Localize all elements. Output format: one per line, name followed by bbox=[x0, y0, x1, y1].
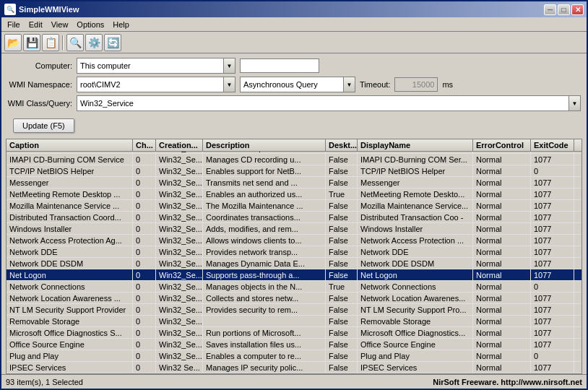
cell-exitcode: 1077 bbox=[531, 212, 574, 222]
table-row[interactable]: Office Source Engine0Win32_Se...Saves in… bbox=[7, 339, 581, 350]
cell-displayname: HTTP SSL bbox=[358, 152, 473, 153]
cell-displayname: Microsoft Office Diagnostics... bbox=[358, 327, 473, 338]
minimize-button[interactable]: ─ bbox=[544, 4, 556, 15]
toolbar-open-button[interactable]: 📂 bbox=[4, 34, 22, 51]
menu-file[interactable]: File bbox=[3, 19, 25, 30]
header-caption[interactable]: Caption bbox=[7, 139, 133, 151]
table-row[interactable]: Distributed Transaction Coord...0Win32_S… bbox=[7, 212, 581, 223]
cell-ch: 0 bbox=[133, 281, 156, 292]
main-window: 🔍 SimpleWMIView ─ □ ✕ File Edit View Opt… bbox=[0, 0, 588, 390]
table-row[interactable]: IMAPI CD-Burning COM Service0Win32_Se...… bbox=[7, 154, 581, 165]
cell-ch: 0 bbox=[133, 269, 156, 280]
cell-ch: 0 bbox=[133, 362, 156, 373]
table-row[interactable]: Removable Storage0Win32_Se...FalseRemova… bbox=[7, 316, 581, 327]
cell-creation: Win32_Se... bbox=[156, 154, 203, 165]
menu-edit[interactable]: Edit bbox=[25, 19, 47, 30]
cell-creation: Win32_Se... bbox=[156, 177, 203, 188]
wmi-class-select[interactable]: Win32_Service bbox=[77, 96, 580, 110]
cell-caption: NT LM Security Support Provider bbox=[7, 304, 133, 315]
toolbar-search-button[interactable]: 🔍 bbox=[66, 34, 84, 51]
toolbar-save-button[interactable]: 💾 bbox=[23, 34, 40, 51]
cell-creation: Win32_Se... bbox=[156, 281, 203, 292]
cell-caption: NetMeeting Remote Desktop ... bbox=[7, 188, 133, 199]
table-row[interactable]: Net Logon0Win32_Se...Supports pass-throu… bbox=[7, 269, 581, 281]
toolbar: 📂 💾 📋 🔍 ⚙️ 🔄 bbox=[1, 32, 587, 53]
cell-creation: Win32_Se... bbox=[156, 316, 203, 326]
cell-deskt: False bbox=[326, 316, 358, 326]
table-row[interactable]: Plug and Play0Win32_Se...Enables a compu… bbox=[7, 350, 581, 362]
cell-creation: Win32_Se... bbox=[156, 350, 203, 361]
cell-exitcode: 1077 bbox=[531, 362, 574, 373]
cell-errorcontrol: Normal bbox=[473, 235, 531, 246]
form-area: Computer: This computer ▼ WMI Namespace:… bbox=[1, 53, 587, 117]
cell-displayname: Messenger bbox=[358, 177, 473, 188]
toolbar-settings-button[interactable]: ⚙️ bbox=[85, 34, 103, 51]
cell-deskt: False bbox=[326, 200, 358, 211]
cell-exitcode: 1077 bbox=[531, 292, 574, 303]
table-body[interactable]: HTTP SSL0Win32_Se...This service impleme… bbox=[7, 152, 581, 373]
computer-input[interactable] bbox=[240, 58, 319, 73]
table-row[interactable]: Network DDE DSDM0Win32_Se...Manages Dyna… bbox=[7, 258, 581, 269]
cell-description: Allows windows clients to... bbox=[203, 235, 326, 246]
cell-caption: Network Location Awareness ... bbox=[7, 292, 133, 303]
cell-deskt: False bbox=[326, 152, 358, 153]
table-row[interactable]: NT LM Security Support Provider0Win32_Se… bbox=[7, 304, 581, 316]
cell-exitcode: 0 bbox=[531, 350, 574, 361]
cell-errorcontrol: Normal bbox=[473, 281, 531, 292]
wmi-namespace-label: WMI Namespace: bbox=[7, 80, 72, 89]
table-row[interactable]: Windows Installer0Win32_Se...Adds, modif… bbox=[7, 223, 581, 235]
cell-errorcontrol: Normal bbox=[473, 258, 531, 269]
cell-errorcontrol: Normal bbox=[473, 188, 531, 199]
maximize-button[interactable]: □ bbox=[558, 4, 570, 15]
close-button[interactable]: ✕ bbox=[571, 4, 584, 15]
cell-deskt: False bbox=[326, 292, 358, 303]
cell-exitcode: 1077 bbox=[531, 246, 574, 257]
table-row[interactable]: TCP/IP NetBIOS Helper0Win32_Se...Enables… bbox=[7, 165, 581, 177]
table-row[interactable]: Network Access Protection Ag...0Win32_Se… bbox=[7, 235, 581, 246]
header-errorcontrol[interactable]: ErrorControl bbox=[473, 139, 531, 151]
cell-ch: 0 bbox=[133, 188, 156, 199]
wmi-namespace-row: WMI Namespace: root\CIMV2 ▼ Asynchronous… bbox=[7, 77, 581, 92]
async-query-select[interactable]: Asynchronous Query bbox=[241, 77, 332, 92]
header-ch[interactable]: Ch... bbox=[133, 139, 156, 151]
table-row[interactable]: Messenger0Win32_Se...Transmits net send … bbox=[7, 177, 581, 188]
cell-deskt: False bbox=[326, 235, 358, 246]
computer-select[interactable]: This computer bbox=[77, 58, 145, 73]
cell-errorcontrol: Normal bbox=[473, 292, 531, 303]
table-row[interactable]: Mozilla Maintenance Service ...0Win32_Se… bbox=[7, 200, 581, 212]
update-button[interactable]: Update (F5) bbox=[13, 118, 74, 133]
toolbar-copy-button[interactable]: 📋 bbox=[42, 34, 59, 51]
header-deskt[interactable]: Deskt... bbox=[326, 139, 358, 151]
timeout-label: Timeout: bbox=[360, 80, 390, 89]
cell-exitcode: 1077 bbox=[531, 152, 574, 153]
cell-description: Coordinates transactions... bbox=[203, 212, 326, 222]
table-row[interactable]: IPSEC Services0Win32 Se...Manages IP sec… bbox=[7, 362, 581, 373]
cell-displayname: TCP/IP NetBIOS Helper bbox=[358, 165, 473, 176]
cell-ch: 0 bbox=[133, 350, 156, 361]
wmi-namespace-select[interactable]: root\CIMV2 bbox=[77, 77, 135, 92]
cell-exitcode: 1077 bbox=[531, 304, 574, 315]
table-row[interactable]: Network DDE0Win32_Se...Provides network … bbox=[7, 246, 581, 258]
header-displayname[interactable]: DisplayName bbox=[358, 139, 473, 151]
header-description[interactable]: Description bbox=[203, 139, 326, 151]
cell-description: Saves installation files us... bbox=[203, 339, 326, 350]
header-creation[interactable]: Creation... bbox=[156, 139, 203, 151]
timeout-input[interactable] bbox=[394, 77, 438, 92]
header-exitcode[interactable]: ExitCode bbox=[531, 139, 574, 151]
table-row[interactable]: NetMeeting Remote Desktop ...0Win32_Se..… bbox=[7, 188, 581, 200]
status-bar: 93 item(s), 1 Selected NirSoft Freeware.… bbox=[1, 374, 587, 389]
cell-errorcontrol: Normal bbox=[473, 316, 531, 326]
menu-view[interactable]: View bbox=[47, 19, 73, 30]
cell-displayname: Removable Storage bbox=[358, 316, 473, 326]
cell-errorcontrol: Normal bbox=[473, 304, 531, 315]
table-row[interactable]: Network Location Awareness ...0Win32_Se.… bbox=[7, 292, 581, 304]
cell-deskt: False bbox=[326, 154, 358, 165]
table-row[interactable]: Microsoft Office Diagnostics S...0Win32_… bbox=[7, 327, 581, 339]
cell-exitcode: 1077 bbox=[531, 200, 574, 211]
menu-help[interactable]: Help bbox=[108, 19, 134, 30]
cell-description bbox=[203, 316, 326, 326]
table-row[interactable]: Network Connections0Win32_Se...Manages o… bbox=[7, 281, 581, 292]
cell-description: Manages objects in the N... bbox=[203, 281, 326, 292]
toolbar-refresh-button[interactable]: 🔄 bbox=[104, 34, 121, 51]
menu-options[interactable]: Options bbox=[72, 19, 108, 30]
